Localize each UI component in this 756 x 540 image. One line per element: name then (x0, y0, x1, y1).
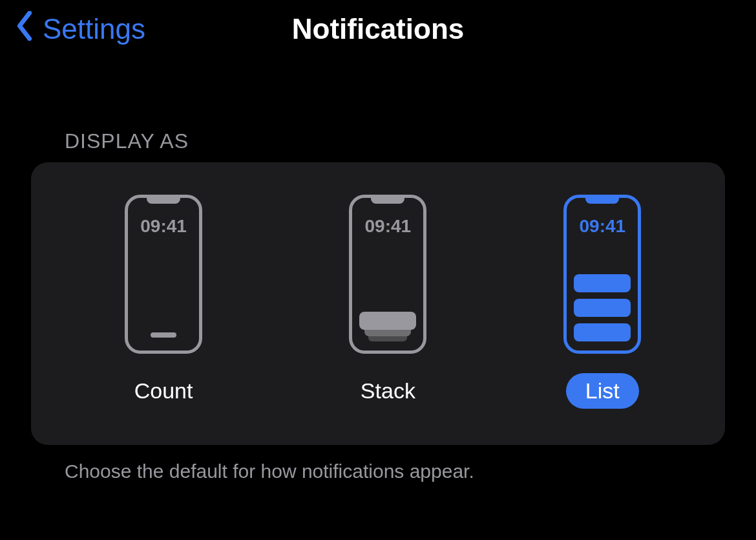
list-indicator-icon (574, 274, 631, 341)
section-footer-display-as: Choose the default for how notifications… (0, 460, 756, 482)
preview-clock: 09:41 (365, 216, 412, 237)
count-indicator-icon (151, 332, 176, 338)
stack-indicator-icon (359, 309, 416, 341)
display-option-stack-label: Stack (341, 373, 435, 409)
display-option-count-label: Count (115, 373, 213, 409)
preview-clock: 09:41 (140, 216, 187, 237)
display-option-list[interactable]: 09:41 List (563, 195, 641, 409)
back-button[interactable]: Settings (0, 11, 145, 47)
display-option-stack[interactable]: 09:41 Stack (341, 195, 435, 409)
notch-icon (585, 197, 619, 204)
nav-bar: Settings Notifications (0, 0, 756, 58)
page-title: Notifications (292, 13, 464, 45)
phone-preview-count-icon: 09:41 (125, 195, 202, 354)
phone-preview-stack-icon: 09:41 (349, 195, 426, 354)
preview-clock: 09:41 (579, 216, 625, 237)
section-header-display-as: DISPLAY AS (0, 129, 756, 162)
chevron-left-icon (16, 11, 34, 47)
phone-preview-list-icon: 09:41 (563, 195, 641, 354)
notch-icon (147, 197, 180, 204)
display-as-card: 09:41 Count 09:41 Stack 09:41 (31, 162, 725, 445)
display-option-list-label: List (566, 373, 639, 409)
notch-icon (371, 197, 404, 204)
back-label: Settings (43, 13, 145, 45)
display-option-count[interactable]: 09:41 Count (115, 195, 213, 409)
